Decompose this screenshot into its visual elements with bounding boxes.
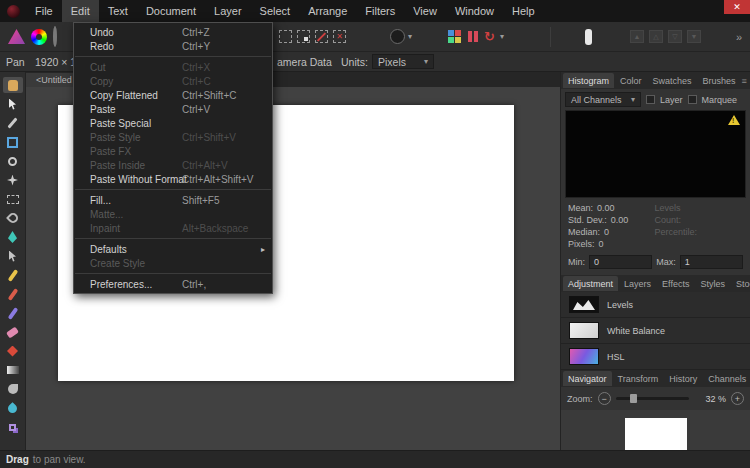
tab-swatches[interactable]: Swatches	[648, 73, 697, 88]
lasso-tool[interactable]	[3, 210, 23, 226]
min-input[interactable]: 0	[589, 255, 652, 269]
max-input[interactable]: 1	[680, 255, 743, 269]
view-tool[interactable]	[3, 77, 23, 93]
move-tool[interactable]	[3, 96, 23, 112]
menubar-item-document[interactable]: Document	[137, 0, 205, 22]
add-selection-icon[interactable]	[297, 30, 310, 43]
menu-item-undo[interactable]: UndoCtrl+Z	[74, 25, 272, 39]
zoom-in-button[interactable]: +	[731, 392, 744, 405]
menu-item-defaults[interactable]: Defaults▸	[74, 242, 272, 256]
rotate-icon[interactable]: ↻	[484, 30, 495, 43]
move-to-front-icon: ▲	[630, 30, 644, 43]
clone-stamp-icon	[9, 424, 16, 431]
auto-colors-icon[interactable]	[448, 30, 461, 43]
fill-bucket-icon	[7, 346, 18, 357]
histogram-display: !	[565, 110, 746, 198]
flood-fill-tool[interactable]	[3, 343, 23, 359]
channel-dropdown[interactable]: All Channels ▾	[565, 92, 641, 107]
secondary-wheel-button[interactable]	[53, 28, 57, 46]
menu-item-paste[interactable]: PasteCtrl+V	[74, 102, 272, 116]
clone-tool[interactable]	[3, 419, 23, 435]
crop-tool[interactable]	[3, 134, 23, 150]
tab-layers[interactable]: Layers	[619, 276, 656, 291]
window-close-button[interactable]: ✕	[724, 0, 750, 14]
units-dropdown[interactable]: Pixels ▾	[372, 54, 434, 69]
smudge-tool[interactable]	[3, 381, 23, 397]
marquee-checkbox[interactable]	[688, 95, 697, 104]
menubar-item-window[interactable]: Window	[446, 0, 503, 22]
new-selection-icon[interactable]	[279, 30, 292, 43]
menu-item-preferences[interactable]: Preferences...Ctrl+,	[74, 277, 272, 291]
menu-item-matte: Matte...	[74, 207, 272, 221]
zoom-slider[interactable]	[616, 397, 689, 400]
channel-value: All Channels	[571, 95, 622, 105]
paint-brush-tool[interactable]	[3, 267, 23, 283]
panel-menu-icon[interactable]: ≡	[742, 76, 750, 86]
menu-item-fill[interactable]: Fill...Shift+F5	[74, 193, 272, 207]
adjustment-item-levels[interactable]: Levels	[561, 292, 750, 318]
pen-tool[interactable]	[3, 229, 23, 245]
menubar-item-select[interactable]: Select	[251, 0, 300, 22]
warning-icon[interactable]: !	[728, 115, 740, 125]
menu-separator	[75, 238, 271, 239]
tab-adjustment[interactable]: Adjustment	[563, 276, 618, 291]
selection-brush-tool[interactable]	[3, 153, 23, 169]
adjustment-list: Levels White Balance HSL	[561, 292, 750, 370]
paint-brush-icon	[7, 269, 18, 282]
menu-item-redo[interactable]: RedoCtrl+Y	[74, 39, 272, 53]
tab-channels[interactable]: Channels	[703, 371, 750, 386]
layer-checkbox[interactable]	[646, 95, 655, 104]
edit-menu-dropdown: UndoCtrl+Z RedoCtrl+Y CutCtrl+X CopyCtrl…	[73, 22, 273, 294]
auto-levels-icon[interactable]	[466, 30, 479, 43]
node-arrow-icon	[8, 251, 18, 262]
menubar-item-text[interactable]: Text	[99, 0, 137, 22]
tab-histogram[interactable]: Histogram	[563, 73, 614, 88]
menubar-item-view[interactable]: View	[404, 0, 446, 22]
menu-item-paste-without-format[interactable]: Paste Without FormatCtrl+Alt+Shift+V	[74, 172, 272, 186]
tab-brushes[interactable]: Brushes	[698, 73, 741, 88]
hsl-thumbnail-icon	[569, 348, 599, 365]
navigator-thumbnail[interactable]	[625, 418, 687, 450]
menubar-item-layer[interactable]: Layer	[205, 0, 251, 22]
blur-tool[interactable]	[3, 400, 23, 416]
navigator-preview	[561, 410, 750, 450]
color-wheel-button[interactable]	[31, 29, 47, 45]
tab-styles[interactable]: Styles	[695, 276, 730, 291]
tab-stock[interactable]: Stock	[731, 276, 750, 291]
menubar-item-filters[interactable]: Filters	[356, 0, 404, 22]
pixel-tool[interactable]	[3, 286, 23, 302]
tab-navigator[interactable]: Navigator	[563, 371, 612, 386]
mixer-brush-tool[interactable]	[3, 305, 23, 321]
menu-item-copy-flattened[interactable]: Copy FlattenedCtrl+Shift+C	[74, 88, 272, 102]
color-picker-tool[interactable]	[3, 115, 23, 131]
node-tool[interactable]	[3, 248, 23, 264]
zoom-out-button[interactable]: −	[598, 392, 611, 405]
pen-nib-icon	[8, 231, 17, 243]
subtract-selection-icon[interactable]	[315, 30, 328, 43]
snapping-icon[interactable]	[585, 29, 592, 45]
zoom-slider-handle[interactable]	[630, 394, 637, 403]
tab-effects[interactable]: Effects	[657, 276, 694, 291]
menubar-item-arrange[interactable]: Arrange	[299, 0, 356, 22]
assistant-button[interactable]: ▾	[390, 29, 412, 44]
tab-color[interactable]: Color	[615, 73, 647, 88]
adjustment-item-white-balance[interactable]: White Balance	[561, 318, 750, 344]
menubar-item-help[interactable]: Help	[503, 0, 544, 22]
menu-item-paste-special[interactable]: Paste Special	[74, 116, 272, 130]
menubar-item-edit[interactable]: Edit	[62, 0, 99, 22]
toolbar-overflow-icon[interactable]: »	[736, 31, 742, 43]
max-label: Max:	[656, 257, 676, 267]
tab-history[interactable]: History	[664, 371, 702, 386]
menubar-item-file[interactable]: File	[26, 0, 62, 22]
erase-tool[interactable]	[3, 324, 23, 340]
pixel-pencil-icon	[7, 288, 18, 301]
adjustment-item-hsl[interactable]: HSL	[561, 344, 750, 370]
marquee-tool[interactable]	[3, 191, 23, 207]
intersect-selection-icon[interactable]: ✕	[333, 30, 346, 43]
white-balance-thumbnail-icon	[569, 322, 599, 339]
move-forward-icon: △	[649, 30, 663, 43]
tab-transform[interactable]: Transform	[613, 371, 664, 386]
flood-select-tool[interactable]	[3, 172, 23, 188]
app-icon-button[interactable]	[0, 0, 26, 22]
gradient-tool[interactable]	[3, 362, 23, 378]
